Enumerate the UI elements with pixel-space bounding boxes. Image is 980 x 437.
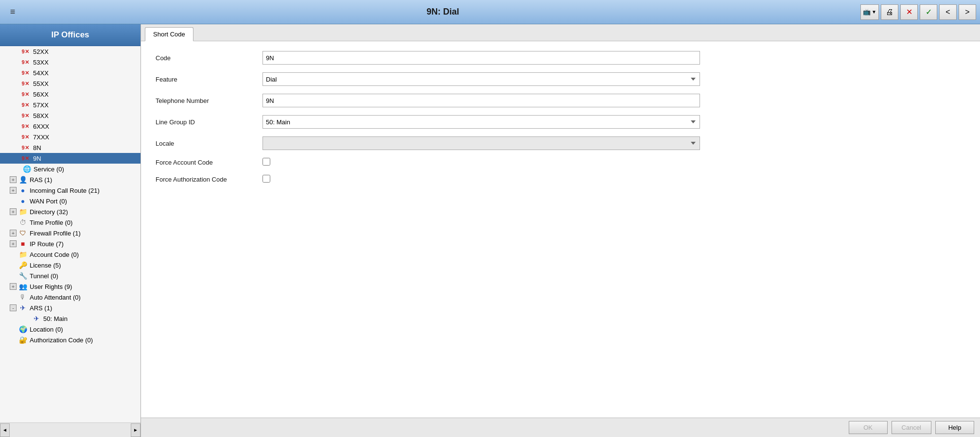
control-code [262,51,700,65]
sidebar-item-label-firewall: Firewall Profile (1) [30,230,81,237]
sidebar-bottom-bar: ◄ ► [0,422,140,437]
sidebar-item-location[interactable]: 🌍Location (0) [0,324,140,335]
sidebar-item-6xxx[interactable]: 9✕6XXX [0,121,140,132]
control-telephone [262,94,700,107]
sidebar-item-label-license: License (5) [30,262,61,269]
sidebar-item-time[interactable]: ⏱Time Profile (0) [0,217,140,228]
input-code[interactable] [262,51,700,65]
input-telephone[interactable] [262,94,700,107]
form-row-forceauth: Force Authorization Code [156,175,965,184]
sidebar-item-label-57xx: 57XX [33,101,49,109]
sidebar-item-7xxx[interactable]: 9✕7XXX [0,132,140,142]
sidebar-item-label-ars: ARS (1) [30,304,52,312]
sidebar-scroll-right[interactable]: ► [131,423,140,437]
checkbox-forceauth[interactable] [262,175,270,183]
title-bar-controls: 📺 ▼ 🖨 ✕ ✓ < > [860,4,976,20]
sidebar-header: IP Offices [0,24,140,46]
sidebar-scroll-left[interactable]: ◄ [0,423,10,437]
form-area: Code Feature Dial Park Call Transfer Voi… [141,41,980,418]
control-forceaccount [262,158,700,167]
sidebar-item-license[interactable]: 🔑License (5) [0,260,140,270]
prev-icon: < [945,8,950,17]
form-row-linegroup: Line Group ID 50: Main 0 1 [156,115,965,129]
sidebar-item-56xx[interactable]: 9✕56XX [0,89,140,100]
sidebar-item-label-58xx: 58XX [33,112,49,119]
sidebar-item-label-55xx: 55XX [33,80,49,87]
sidebar-item-label-iproute: IP Route (7) [30,240,64,248]
next-button[interactable]: > [959,4,976,20]
select-linegroup[interactable]: 50: Main 0 1 [262,115,700,129]
sidebar-item-57xx[interactable]: 9✕57XX [0,100,140,110]
print-button[interactable]: 🖨 [881,4,898,20]
sidebar-item-tunnel[interactable]: 🔧Tunnel (0) [0,270,140,281]
sidebar-item-label-userrights: User Rights (9) [30,283,72,290]
sidebar-item-autoattendant[interactable]: 🎙Auto Attendant (0) [0,292,140,303]
control-feature: Dial Park Call Transfer Voicemail [262,72,700,86]
sidebar-item-52xx[interactable]: 9✕52XX [0,46,140,57]
form-row-code: Code [156,51,965,65]
tv-button[interactable]: 📺 ▼ [860,4,879,20]
checkbox-forceaccount[interactable] [262,158,270,166]
control-forceauth [262,175,700,184]
print-icon: 🖨 [886,8,893,17]
sidebar-item-58xx[interactable]: 9✕58XX [0,110,140,121]
sidebar-item-label-location: Location (0) [30,326,63,333]
sidebar-item-label-53xx: 53XX [33,59,49,66]
sidebar-item-label-ras: RAS (1) [30,176,52,184]
sidebar-item-8n[interactable]: 9✕8N [0,142,140,153]
sidebar-item-label-7xxx: 7XXX [33,134,49,141]
sidebar-item-label-autoattendant: Auto Attendant (0) [30,294,81,301]
sidebar-item-userrights[interactable]: +👥User Rights (9) [0,281,140,292]
sidebar-item-iproute[interactable]: +■IP Route (7) [0,238,140,249]
ok-button[interactable]: OK [849,421,888,434]
sidebar-item-label-52xx: 52XX [33,48,49,55]
label-forceauth: Force Authorization Code [156,176,262,183]
close-button[interactable]: ✕ [900,4,918,20]
help-button[interactable]: Help [935,421,974,434]
cancel-button[interactable]: Cancel [892,421,931,434]
sidebar-item-label-ars-main: 50: Main [43,315,68,322]
sidebar-item-label-wan: WAN Port (0) [30,198,67,205]
sidebar-item-ras[interactable]: +👤RAS (1) [0,174,140,185]
sidebar-item-firewall[interactable]: +🛡Firewall Profile (1) [0,228,140,238]
form-row-locale: Locale [156,136,965,150]
sidebar-item-53xx[interactable]: 9✕53XX [0,57,140,67]
menu-icon[interactable]: ≡ [4,3,21,21]
sidebar-item-label-service: Service (0) [34,166,64,173]
sidebar-item-55xx[interactable]: 9✕55XX [0,78,140,89]
sidebar-item-incoming[interactable]: +●Incoming Call Route (21) [0,185,140,196]
sidebar-item-wan[interactable]: ●WAN Port (0) [0,196,140,206]
sidebar-item-label-authcode: Authorization Code (0) [30,336,93,344]
label-telephone: Telephone Number [156,97,262,104]
sidebar-item-accountcode[interactable]: 📁Account Code (0) [0,249,140,260]
sidebar-item-service[interactable]: 🌐Service (0) [0,164,140,174]
sidebar-item-label-9n: 9N [33,155,41,162]
confirm-button[interactable]: ✓ [920,4,937,20]
sidebar-item-ars[interactable]: -✈ARS (1) [0,303,140,313]
select-feature[interactable]: Dial Park Call Transfer Voicemail [262,72,700,86]
sidebar-item-label-directory: Directory (32) [30,208,68,216]
sidebar-item-directory[interactable]: +📁Directory (32) [0,206,140,217]
control-locale [262,136,700,150]
sidebar-item-ars-main[interactable]: ✈50: Main [0,313,140,324]
form-row-feature: Feature Dial Park Call Transfer Voicemai… [156,72,965,86]
label-locale: Locale [156,140,262,147]
sidebar-item-label-tunnel: Tunnel (0) [30,272,58,280]
check-icon: ✓ [926,7,932,17]
form-row-forceaccount: Force Account Code [156,158,965,167]
sidebar-tree: 9✕52XX9✕53XX9✕54XX9✕55XX9✕56XX9✕57XX9✕58… [0,46,140,422]
title-bar: ≡ 9N: Dial 📺 ▼ 🖨 ✕ ✓ < > [0,0,980,24]
sidebar-item-9n[interactable]: 9✕9N [0,153,140,164]
sidebar-item-label-time: Time Profile (0) [30,219,72,226]
tab-shortcode[interactable]: Short Code [145,27,193,41]
prev-button[interactable]: < [939,4,957,20]
sidebar-item-label-accountcode: Account Code (0) [30,251,79,258]
sidebar-item-label-6xxx: 6XXX [33,123,49,130]
label-code: Code [156,54,262,62]
app-container: ≡ 9N: Dial 📺 ▼ 🖨 ✕ ✓ < > [0,0,980,437]
select-locale[interactable] [262,136,700,150]
main-content: IP Offices 9✕52XX9✕53XX9✕54XX9✕55XX9✕56X… [0,24,980,437]
next-icon: > [965,8,969,17]
sidebar-item-authcode[interactable]: 🔐Authorization Code (0) [0,335,140,345]
sidebar-item-54xx[interactable]: 9✕54XX [0,67,140,78]
